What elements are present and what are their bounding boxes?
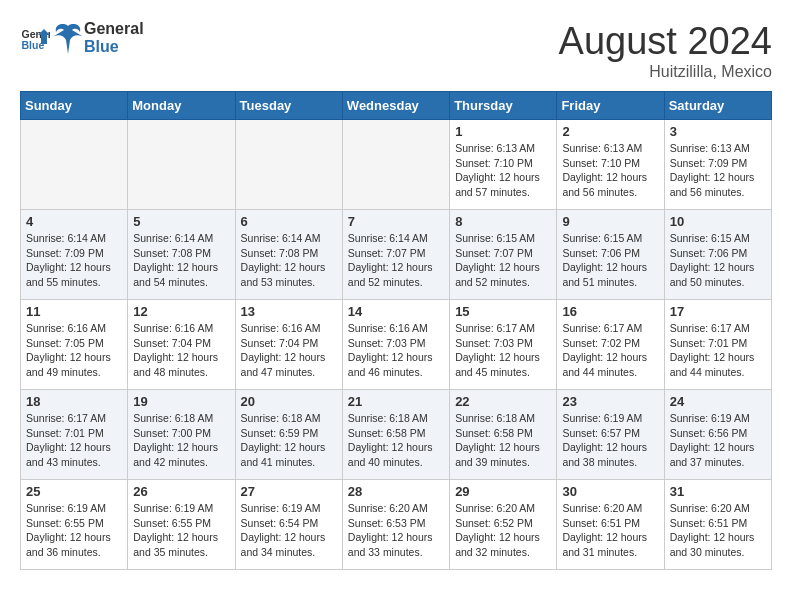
day-info: Sunrise: 6:17 AMSunset: 7:02 PMDaylight:… <box>562 321 658 380</box>
logo-text-general: General <box>84 20 144 38</box>
calendar-day-cell: 10Sunrise: 6:15 AMSunset: 7:06 PMDayligh… <box>664 210 771 300</box>
day-number: 3 <box>670 124 766 139</box>
logo-bird-icon <box>54 22 82 54</box>
day-info: Sunrise: 6:17 AMSunset: 7:01 PMDaylight:… <box>670 321 766 380</box>
day-info: Sunrise: 6:18 AMSunset: 6:58 PMDaylight:… <box>348 411 444 470</box>
calendar-day-cell: 1Sunrise: 6:13 AMSunset: 7:10 PMDaylight… <box>450 120 557 210</box>
day-info: Sunrise: 6:14 AMSunset: 7:07 PMDaylight:… <box>348 231 444 290</box>
month-year-title: August 2024 <box>559 20 772 63</box>
calendar-week-row: 18Sunrise: 6:17 AMSunset: 7:01 PMDayligh… <box>21 390 772 480</box>
calendar-week-row: 1Sunrise: 6:13 AMSunset: 7:10 PMDaylight… <box>21 120 772 210</box>
calendar-day-cell: 8Sunrise: 6:15 AMSunset: 7:07 PMDaylight… <box>450 210 557 300</box>
calendar-day-cell: 30Sunrise: 6:20 AMSunset: 6:51 PMDayligh… <box>557 480 664 570</box>
weekday-header-wednesday: Wednesday <box>342 92 449 120</box>
day-number: 15 <box>455 304 551 319</box>
day-info: Sunrise: 6:15 AMSunset: 7:06 PMDaylight:… <box>670 231 766 290</box>
calendar-day-cell: 13Sunrise: 6:16 AMSunset: 7:04 PMDayligh… <box>235 300 342 390</box>
svg-text:Blue: Blue <box>22 38 45 50</box>
day-number: 5 <box>133 214 229 229</box>
day-info: Sunrise: 6:16 AMSunset: 7:04 PMDaylight:… <box>133 321 229 380</box>
calendar-day-cell: 26Sunrise: 6:19 AMSunset: 6:55 PMDayligh… <box>128 480 235 570</box>
calendar-day-cell: 21Sunrise: 6:18 AMSunset: 6:58 PMDayligh… <box>342 390 449 480</box>
calendar-day-cell: 12Sunrise: 6:16 AMSunset: 7:04 PMDayligh… <box>128 300 235 390</box>
day-number: 8 <box>455 214 551 229</box>
logo-icon: General Blue <box>20 23 50 53</box>
calendar-day-cell <box>342 120 449 210</box>
day-number: 11 <box>26 304 122 319</box>
calendar-day-cell: 17Sunrise: 6:17 AMSunset: 7:01 PMDayligh… <box>664 300 771 390</box>
calendar-day-cell: 19Sunrise: 6:18 AMSunset: 7:00 PMDayligh… <box>128 390 235 480</box>
calendar-week-row: 25Sunrise: 6:19 AMSunset: 6:55 PMDayligh… <box>21 480 772 570</box>
day-info: Sunrise: 6:14 AMSunset: 7:08 PMDaylight:… <box>241 231 337 290</box>
calendar-day-cell: 20Sunrise: 6:18 AMSunset: 6:59 PMDayligh… <box>235 390 342 480</box>
calendar-day-cell: 6Sunrise: 6:14 AMSunset: 7:08 PMDaylight… <box>235 210 342 300</box>
calendar-day-cell <box>235 120 342 210</box>
day-info: Sunrise: 6:19 AMSunset: 6:57 PMDaylight:… <box>562 411 658 470</box>
calendar-day-cell: 7Sunrise: 6:14 AMSunset: 7:07 PMDaylight… <box>342 210 449 300</box>
day-number: 22 <box>455 394 551 409</box>
day-number: 1 <box>455 124 551 139</box>
day-number: 24 <box>670 394 766 409</box>
day-number: 31 <box>670 484 766 499</box>
day-info: Sunrise: 6:16 AMSunset: 7:05 PMDaylight:… <box>26 321 122 380</box>
calendar-day-cell: 23Sunrise: 6:19 AMSunset: 6:57 PMDayligh… <box>557 390 664 480</box>
calendar-day-cell: 31Sunrise: 6:20 AMSunset: 6:51 PMDayligh… <box>664 480 771 570</box>
day-number: 28 <box>348 484 444 499</box>
day-number: 30 <box>562 484 658 499</box>
calendar-day-cell: 14Sunrise: 6:16 AMSunset: 7:03 PMDayligh… <box>342 300 449 390</box>
day-number: 2 <box>562 124 658 139</box>
location-subtitle: Huitzililla, Mexico <box>559 63 772 81</box>
day-info: Sunrise: 6:14 AMSunset: 7:08 PMDaylight:… <box>133 231 229 290</box>
day-number: 23 <box>562 394 658 409</box>
calendar-day-cell: 3Sunrise: 6:13 AMSunset: 7:09 PMDaylight… <box>664 120 771 210</box>
day-number: 9 <box>562 214 658 229</box>
day-info: Sunrise: 6:18 AMSunset: 7:00 PMDaylight:… <box>133 411 229 470</box>
calendar-day-cell <box>128 120 235 210</box>
day-number: 7 <box>348 214 444 229</box>
calendar-day-cell: 2Sunrise: 6:13 AMSunset: 7:10 PMDaylight… <box>557 120 664 210</box>
day-info: Sunrise: 6:17 AMSunset: 7:03 PMDaylight:… <box>455 321 551 380</box>
calendar-day-cell: 22Sunrise: 6:18 AMSunset: 6:58 PMDayligh… <box>450 390 557 480</box>
weekday-header-row: SundayMondayTuesdayWednesdayThursdayFrid… <box>21 92 772 120</box>
day-info: Sunrise: 6:20 AMSunset: 6:52 PMDaylight:… <box>455 501 551 560</box>
day-info: Sunrise: 6:15 AMSunset: 7:07 PMDaylight:… <box>455 231 551 290</box>
day-info: Sunrise: 6:17 AMSunset: 7:01 PMDaylight:… <box>26 411 122 470</box>
day-info: Sunrise: 6:19 AMSunset: 6:56 PMDaylight:… <box>670 411 766 470</box>
calendar-week-row: 11Sunrise: 6:16 AMSunset: 7:05 PMDayligh… <box>21 300 772 390</box>
weekday-header-tuesday: Tuesday <box>235 92 342 120</box>
day-info: Sunrise: 6:15 AMSunset: 7:06 PMDaylight:… <box>562 231 658 290</box>
day-info: Sunrise: 6:20 AMSunset: 6:51 PMDaylight:… <box>562 501 658 560</box>
calendar-day-cell: 4Sunrise: 6:14 AMSunset: 7:09 PMDaylight… <box>21 210 128 300</box>
calendar-day-cell: 15Sunrise: 6:17 AMSunset: 7:03 PMDayligh… <box>450 300 557 390</box>
day-info: Sunrise: 6:14 AMSunset: 7:09 PMDaylight:… <box>26 231 122 290</box>
day-number: 6 <box>241 214 337 229</box>
page-header: General Blue General Blue August 2024 Hu… <box>20 20 772 81</box>
calendar-day-cell: 18Sunrise: 6:17 AMSunset: 7:01 PMDayligh… <box>21 390 128 480</box>
day-number: 21 <box>348 394 444 409</box>
calendar-day-cell: 25Sunrise: 6:19 AMSunset: 6:55 PMDayligh… <box>21 480 128 570</box>
day-info: Sunrise: 6:13 AMSunset: 7:10 PMDaylight:… <box>455 141 551 200</box>
day-info: Sunrise: 6:16 AMSunset: 7:04 PMDaylight:… <box>241 321 337 380</box>
day-info: Sunrise: 6:19 AMSunset: 6:55 PMDaylight:… <box>26 501 122 560</box>
day-number: 26 <box>133 484 229 499</box>
day-info: Sunrise: 6:18 AMSunset: 6:58 PMDaylight:… <box>455 411 551 470</box>
day-number: 17 <box>670 304 766 319</box>
day-number: 27 <box>241 484 337 499</box>
day-number: 14 <box>348 304 444 319</box>
calendar-day-cell: 5Sunrise: 6:14 AMSunset: 7:08 PMDaylight… <box>128 210 235 300</box>
day-info: Sunrise: 6:19 AMSunset: 6:55 PMDaylight:… <box>133 501 229 560</box>
day-info: Sunrise: 6:16 AMSunset: 7:03 PMDaylight:… <box>348 321 444 380</box>
calendar-day-cell: 11Sunrise: 6:16 AMSunset: 7:05 PMDayligh… <box>21 300 128 390</box>
weekday-header-friday: Friday <box>557 92 664 120</box>
calendar-day-cell: 16Sunrise: 6:17 AMSunset: 7:02 PMDayligh… <box>557 300 664 390</box>
title-block: August 2024 Huitzililla, Mexico <box>559 20 772 81</box>
day-number: 29 <box>455 484 551 499</box>
calendar-table: SundayMondayTuesdayWednesdayThursdayFrid… <box>20 91 772 570</box>
day-info: Sunrise: 6:19 AMSunset: 6:54 PMDaylight:… <box>241 501 337 560</box>
day-number: 16 <box>562 304 658 319</box>
day-info: Sunrise: 6:20 AMSunset: 6:51 PMDaylight:… <box>670 501 766 560</box>
logo: General Blue General Blue <box>20 20 144 55</box>
day-number: 25 <box>26 484 122 499</box>
day-number: 13 <box>241 304 337 319</box>
calendar-day-cell: 27Sunrise: 6:19 AMSunset: 6:54 PMDayligh… <box>235 480 342 570</box>
